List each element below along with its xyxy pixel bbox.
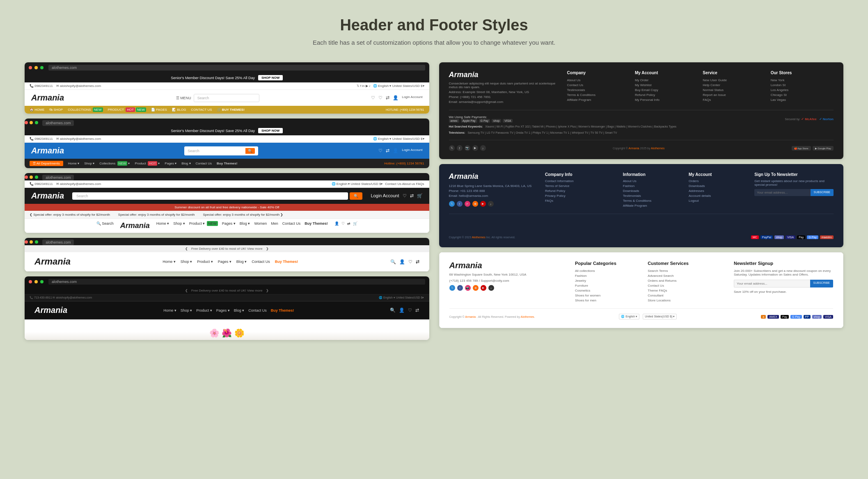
- account-icon-2[interactable]: 👤: [393, 148, 399, 153]
- nav-blog-5[interactable]: Blog ▾: [234, 308, 245, 312]
- email-input-2[interactable]: [754, 189, 810, 196]
- footer-link-contactus-3[interactable]: Contact Us: [648, 284, 727, 287]
- account-icon-5[interactable]: 👤: [399, 308, 405, 313]
- footer-link-shoesmen-3[interactable]: Shoes for men: [575, 299, 641, 302]
- nav-blog-1[interactable]: 📝 BLOG: [172, 108, 186, 112]
- nav-pages-5[interactable]: Pages ▾: [216, 308, 230, 312]
- footer-link-downloads-2b[interactable]: Downloads: [689, 184, 749, 188]
- nav-home-4[interactable]: Home ▾: [163, 260, 176, 264]
- search-input-1[interactable]: Search: [194, 94, 259, 102]
- footer-link-themefaqs-3[interactable]: Theme FAQs: [648, 289, 727, 292]
- nav-home-3[interactable]: Home ▾: [156, 221, 169, 230]
- address-bar-1[interactable]: alothemes.com: [48, 65, 425, 71]
- search-btn-2[interactable]: 🔍: [245, 148, 255, 154]
- footer-link-addresses-2[interactable]: Addresses: [689, 189, 749, 193]
- social-facebook-2[interactable]: f: [457, 201, 463, 207]
- nav-buy-4[interactable]: Buy Themes!: [275, 260, 298, 264]
- wishlist-icon-5[interactable]: ♡: [408, 308, 412, 313]
- address-bar-2[interactable]: alothemes.com: [42, 120, 74, 126]
- footer-link-allcollections-3[interactable]: All collections: [575, 269, 641, 273]
- nav-contact-5[interactable]: Contact Us: [248, 308, 267, 312]
- social-rss-3[interactable]: ◉: [473, 285, 479, 291]
- footer-link-logout-2[interactable]: Logout: [689, 199, 749, 203]
- wishlist2-icon-1[interactable]: ♡: [378, 95, 382, 100]
- footer-link-contact-2[interactable]: Contact Information: [545, 179, 618, 183]
- nav-buy-2[interactable]: Buy Themes!: [217, 162, 237, 165]
- social-twitter-2[interactable]: 𝕏: [449, 201, 455, 207]
- nav-shop-2[interactable]: Shop ▾: [84, 162, 94, 165]
- footer-link-fashion-2[interactable]: Fashion: [623, 184, 684, 188]
- footer-link-downloads-2[interactable]: Downloads: [623, 189, 684, 193]
- footer-link-newyork-1[interactable]: New York: [771, 78, 834, 82]
- footer-link-consultant-3[interactable]: Consultant: [648, 294, 727, 297]
- email-input-3[interactable]: [734, 280, 810, 287]
- footer-link-myorder-1[interactable]: My Order: [635, 78, 698, 82]
- search-input-3[interactable]: Search: [72, 192, 348, 200]
- nav-product-2[interactable]: Product HOT ▾: [135, 162, 160, 165]
- footer-link-london-1[interactable]: London St: [771, 83, 834, 87]
- account-icon-1[interactable]: 👤: [393, 95, 399, 100]
- nav-blog-4[interactable]: Blog ▾: [236, 260, 247, 264]
- footer-link-affiliate-2[interactable]: Affiliate Program: [623, 204, 684, 208]
- footer-link-advsearch-3[interactable]: Advanced Search: [648, 274, 727, 278]
- compare-icon-2[interactable]: ⇄: [386, 148, 389, 153]
- nav-men-3[interactable]: Men: [271, 221, 278, 230]
- social-facebook-3[interactable]: f: [457, 285, 463, 291]
- social-youtube-3[interactable]: ▶: [481, 285, 486, 291]
- shop-now-btn-1[interactable]: SHOP NOW: [258, 75, 283, 80]
- footer-link-jewelry-3[interactable]: Jewelry: [575, 279, 641, 283]
- nav-pages-3[interactable]: Pages ▾: [222, 221, 236, 230]
- social-instagram-3[interactable]: 📷: [465, 285, 471, 291]
- footer-link-contactus-1[interactable]: Contact Us: [567, 83, 630, 87]
- wishlist-icon-4[interactable]: ♡: [408, 259, 412, 265]
- wishlist-icon-2[interactable]: ♡: [378, 148, 382, 153]
- search-icon-4[interactable]: 🔍: [390, 259, 396, 265]
- footer-link-orders-2[interactable]: Orders: [689, 179, 749, 183]
- footer-link-newuser-1[interactable]: New User Guide: [703, 78, 765, 82]
- social-youtube-1[interactable]: ▶: [472, 145, 478, 151]
- compare2-icon-3[interactable]: ⇄: [347, 221, 350, 230]
- wishlist-icon-1[interactable]: ♡: [371, 95, 375, 100]
- social-instagram-1[interactable]: 📷: [465, 145, 470, 151]
- compare-icon-4[interactable]: ⇄: [416, 259, 419, 265]
- footer-link-helpcenter-1[interactable]: Help Center: [703, 83, 765, 87]
- footer-link-storelocations-3[interactable]: Store Locations: [648, 299, 727, 302]
- footer-link-faqs-2[interactable]: FAQs: [545, 199, 618, 203]
- wishlist2-icon-3[interactable]: ♡: [341, 221, 345, 230]
- footer-link-normalstatus-1[interactable]: Normal Status: [703, 88, 765, 92]
- footer-link-testimonials-1[interactable]: Testimonials: [567, 88, 630, 92]
- social-facebook-1[interactable]: f: [457, 145, 463, 151]
- nav-product-5[interactable]: Product ▾: [196, 308, 212, 312]
- nav-contact-3[interactable]: Contact Us: [282, 221, 301, 230]
- account2-icon-3[interactable]: 👤: [334, 221, 339, 230]
- nav-home-5[interactable]: Home ▾: [163, 308, 176, 312]
- footer-link-cosmetics-3[interactable]: Cosmetics: [575, 289, 641, 292]
- footer-link-fashion-3[interactable]: Fashion: [575, 274, 641, 278]
- prev-btn-5[interactable]: ❮: [185, 289, 188, 292]
- social-tiktok-1[interactable]: ♪: [480, 145, 486, 151]
- cart2-icon-3[interactable]: 🛒: [353, 221, 357, 230]
- nav-pages-2[interactable]: Pages ▾: [165, 162, 176, 165]
- footer-link-lasvegas-1[interactable]: Las Vegas: [771, 98, 834, 102]
- footer-link-reportissue-1[interactable]: Report an Issue: [703, 93, 765, 97]
- nav-collections-2[interactable]: Collections NEW ▾: [99, 162, 130, 165]
- footer-link-tos-2[interactable]: Terms of Service: [545, 184, 618, 188]
- footer-link-aboutus-2[interactable]: About Us: [623, 179, 684, 183]
- nav-collections-1[interactable]: COLLECTIONS NEW: [68, 108, 103, 112]
- currency-select-3[interactable]: United States(USD $) ▾: [643, 314, 677, 319]
- account-icon-3[interactable]: Login Account: [371, 193, 399, 198]
- footer-link-myemail-1[interactable]: Buy Email Copy: [635, 88, 698, 92]
- nav-pages-4[interactable]: Pages ▾: [218, 260, 231, 264]
- contact-3[interactable]: Contact Us About us FAQs: [385, 182, 424, 186]
- subscribe-btn-3[interactable]: SUBSCRIBE: [810, 280, 833, 287]
- footer-link-accountdetails-2[interactable]: Account details: [689, 194, 749, 198]
- social-pinterest-2[interactable]: P: [465, 201, 470, 207]
- address-bar-3[interactable]: alothemes.com: [42, 175, 74, 180]
- nav-contact-2[interactable]: Contact Us: [196, 162, 212, 165]
- prev-btn-4[interactable]: ❮: [185, 247, 188, 251]
- wishlist-icon-3[interactable]: ♡: [403, 193, 407, 198]
- cart-icon-3[interactable]: 🛒: [417, 193, 423, 198]
- nav-product-4[interactable]: Product ▾: [197, 260, 213, 264]
- footer-link-refund-1[interactable]: Refund Policy: [635, 93, 698, 97]
- nav-home-2[interactable]: Home ▾: [68, 162, 80, 165]
